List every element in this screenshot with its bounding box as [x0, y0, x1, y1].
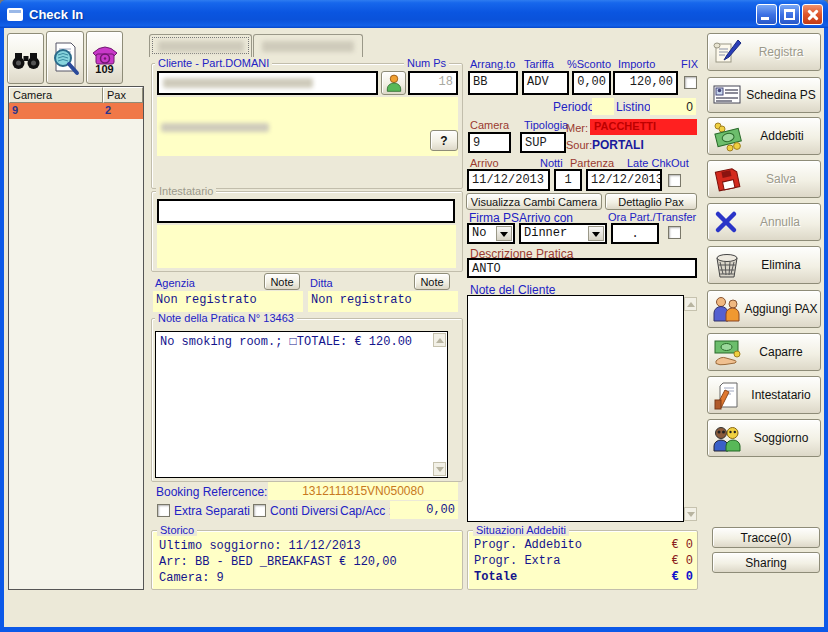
schedina-ps-button[interactable]: Schedina PS [707, 77, 821, 113]
addebiti-button[interactable]: Addebiti [707, 117, 821, 155]
cap-acc-label: Cap/Acc : [340, 504, 392, 518]
sour-label: Sour: [566, 139, 592, 151]
addebiti-money-icon [712, 120, 744, 152]
late-chkout-checkbox[interactable] [668, 174, 681, 187]
ora-part-transfer-label: Ora Part./Transfer [608, 211, 696, 223]
cap-acc-value: 0,00 [390, 501, 458, 519]
booking-reference-label: Booking Refercence: [156, 485, 267, 499]
registra-label: Registra [742, 45, 820, 59]
checkin-window: Check In 109 [0, 0, 828, 632]
notti-label: Notti [540, 157, 563, 169]
agenzia-value: Non registrato [153, 291, 303, 312]
intestatario-writing-icon [712, 380, 742, 410]
partenza-field[interactable]: 12/12/2013 [586, 169, 662, 191]
ora-part-field[interactable]: . [611, 223, 659, 244]
scroll-down-icon[interactable] [684, 507, 697, 521]
soggiorno-button[interactable]: Soggiorno [707, 419, 821, 457]
rooms-row-selected[interactable]: 9 2 [9, 103, 143, 119]
firma-ps-select[interactable]: No [467, 223, 515, 244]
descrizione-field[interactable]: ANTO [467, 258, 697, 278]
redacted-tab-text [158, 41, 244, 52]
notti-field[interactable]: 1 [554, 169, 582, 191]
person-icon [384, 73, 404, 93]
close-icon [806, 8, 819, 21]
dettaglio-pax-button[interactable]: Dettaglio Pax [605, 193, 697, 210]
transfer-checkbox[interactable] [668, 226, 681, 239]
registra-scroll-pen-icon [712, 37, 742, 67]
room-pax-cell: 2 [105, 104, 111, 116]
elimina-button[interactable]: Elimina [707, 246, 821, 284]
arrivo-con-value: Dinner [524, 226, 567, 240]
conti-diversi-checkbox[interactable] [253, 504, 266, 517]
schedina-ps-label: Schedina PS [742, 88, 820, 102]
caparre-button[interactable]: Caparre [707, 333, 821, 371]
maximize-button[interactable] [779, 4, 800, 25]
rooms-col-camera[interactable]: Camera [9, 87, 103, 103]
sharing-button[interactable]: Sharing [712, 552, 820, 573]
tab-guest-2[interactable] [253, 34, 363, 57]
client-lookup-button[interactable] [381, 71, 406, 95]
visualizza-cambi-button[interactable]: Visualizza Cambi Camera [466, 193, 602, 210]
firma-ps-value: No [472, 226, 486, 240]
agenzia-label: Agenzia [155, 277, 195, 289]
note-pratica-text: No smoking room.; □TOTALE: € 120.00 [160, 335, 412, 349]
arrivo-label: Arrivo [470, 157, 499, 169]
importo-label: Importo [618, 58, 655, 70]
extra-separati-checkbox[interactable] [157, 504, 170, 517]
tariffa-label: Tariffa [524, 58, 554, 70]
scroll-up-icon[interactable] [433, 333, 446, 347]
phone-button[interactable]: 109 [86, 31, 123, 84]
situazioni-row-value: € 0 [655, 538, 693, 552]
ditta-value: Non registrato [308, 291, 458, 312]
salva-button[interactable]: Salva [707, 160, 821, 198]
tab-guest-1[interactable] [149, 34, 252, 57]
help-button[interactable]: ? [430, 130, 458, 151]
registra-button[interactable]: Registra [707, 33, 821, 71]
fix-checkbox[interactable] [684, 76, 697, 89]
partenza-label: Partenza [570, 157, 614, 169]
storico-line-3: Camera: 9 [159, 571, 224, 585]
storico-line-2: Arr: BB - BED _BREAKFAST € 120,00 [159, 555, 397, 569]
agenzia-note-button[interactable]: Note [264, 273, 300, 290]
situazioni-row-value: € 0 [655, 570, 693, 584]
rooms-col-pax[interactable]: Pax [103, 87, 143, 103]
annulla-label: Annulla [740, 215, 820, 229]
find-document-button[interactable] [46, 31, 84, 84]
cliente-name-input[interactable] [157, 71, 378, 95]
document-magnifier-icon [49, 40, 81, 76]
tipologia-field[interactable]: SUP [520, 132, 566, 153]
arrivo-con-select[interactable]: Dinner [519, 223, 607, 244]
sconto-field[interactable]: 0,00 [572, 71, 611, 95]
note-pratica-textarea[interactable]: No smoking room.; □TOTALE: € 120.00 [155, 331, 448, 478]
search-button[interactable] [7, 33, 44, 84]
aggiungi-pax-people-icon [712, 294, 742, 324]
dropdown-arrow-icon[interactable] [496, 226, 512, 241]
tracce-button[interactable]: Tracce(0) [712, 527, 820, 548]
tariffa-field[interactable]: ADV [522, 71, 569, 95]
arrivo-field[interactable]: 11/12/2013 [467, 169, 550, 191]
note-cliente-textarea[interactable] [467, 295, 684, 522]
close-button[interactable] [802, 4, 823, 25]
num-ps-field[interactable]: 18 [408, 71, 458, 95]
intestatario-button[interactable]: Intestatario [707, 376, 821, 414]
window-title: Check In [29, 7, 83, 22]
phone-icon [90, 41, 120, 65]
title-bar[interactable]: Check In [0, 0, 828, 28]
ditta-note-button[interactable]: Note [414, 273, 450, 290]
arrangto-field[interactable]: BB [468, 71, 518, 95]
minimize-button[interactable] [756, 4, 777, 25]
num-ps-label: Num Ps [404, 57, 449, 69]
mer-value: PACCHETTI [590, 119, 697, 135]
addebiti-label: Addebiti [744, 129, 820, 143]
soggiorno-people-icon [712, 424, 742, 452]
scroll-up-icon[interactable] [684, 297, 697, 311]
periodo-field [592, 98, 614, 115]
importo-field[interactable]: 120,00 [613, 71, 678, 95]
aggiungi-pax-button[interactable]: Aggiungi PAX [707, 290, 821, 328]
intestatario-input[interactable] [157, 199, 455, 223]
camera-field[interactable]: 9 [468, 132, 511, 153]
minimize-icon [761, 17, 769, 20]
annulla-button[interactable]: Annulla [707, 203, 821, 241]
scroll-down-icon[interactable] [433, 462, 446, 476]
dropdown-arrow-icon[interactable] [588, 226, 604, 241]
